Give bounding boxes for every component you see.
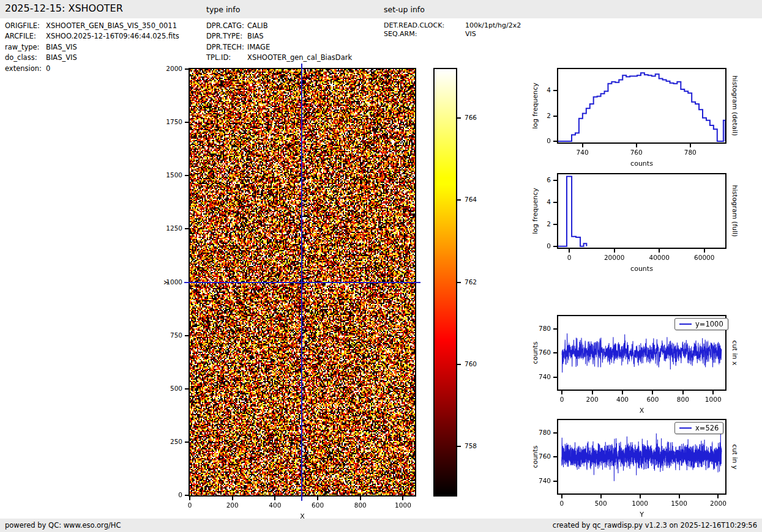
- hist-detail-canvas: [558, 69, 725, 142]
- y-tick-mark: [553, 202, 557, 203]
- y-tick-mark: [185, 335, 189, 336]
- y-tick-label: 1500: [146, 171, 182, 179]
- y-tick-mark: [553, 377, 557, 378]
- y-tick-label: 250: [146, 438, 182, 445]
- y-tick-label: 500: [146, 385, 182, 392]
- colorbar-tick-label: 758: [465, 442, 477, 449]
- x-axis-label: counts: [630, 265, 653, 273]
- x-axis-label: X: [640, 407, 644, 415]
- x-tick-mark: [582, 144, 583, 147]
- y-axis-label: counts: [531, 446, 539, 468]
- colorbar: [433, 68, 457, 497]
- y-tick-label: 1250: [146, 224, 182, 232]
- cut-x-legend: y=1000: [674, 318, 728, 330]
- colorbar-canvas: [435, 69, 456, 495]
- x-axis-label: counts: [630, 160, 653, 168]
- x-tick-mark: [189, 497, 190, 500]
- legend-label: x=526: [695, 424, 719, 432]
- y-tick-label: 2000: [146, 65, 182, 72]
- y-tick-label: 740: [514, 373, 551, 380]
- x-tick-mark: [592, 391, 593, 394]
- y-tick-label: 0: [514, 242, 551, 249]
- x-tick-label: 60000: [677, 254, 732, 261]
- x-tick-mark: [614, 249, 615, 253]
- x-tick-mark: [640, 495, 641, 498]
- colorbar-tick-mark: [457, 117, 461, 119]
- colorbar-tick-label: 762: [465, 278, 477, 286]
- x-tick-mark: [682, 391, 684, 394]
- y-tick-mark: [553, 90, 557, 91]
- right-axis-label: cut in x: [731, 341, 739, 366]
- right-axis-label: histogram (full): [731, 185, 739, 237]
- footer-powered-by: powered by QC: www.eso.org/HC: [5, 521, 121, 530]
- x-tick-mark: [600, 495, 602, 498]
- colorbar-tick-label: 764: [465, 196, 477, 203]
- x-tick-label: 1000: [375, 501, 430, 509]
- y-tick-mark: [553, 432, 557, 434]
- colorbar-tick-mark: [457, 364, 461, 365]
- y-tick-mark: [185, 228, 189, 229]
- x-tick-mark: [274, 497, 275, 500]
- y-tick-mark: [553, 224, 557, 225]
- x-tick-mark: [636, 144, 637, 147]
- x-tick-mark: [402, 497, 403, 500]
- hist-full-canvas: [558, 174, 725, 248]
- y-tick-mark: [185, 495, 189, 496]
- x-tick-label: 2000: [690, 500, 745, 507]
- y-tick-label: 780: [514, 325, 551, 332]
- y-tick-mark: [553, 246, 557, 247]
- y-tick-mark: [553, 116, 557, 117]
- colorbar-tick-label: 766: [465, 114, 477, 121]
- x-tick-mark: [652, 391, 653, 394]
- y-axis-label: counts: [531, 342, 539, 364]
- y-tick-label: 780: [514, 429, 551, 436]
- right-axis-label: histogram (detail): [731, 76, 739, 136]
- y-axis-label: Y: [163, 280, 171, 284]
- y-axis-label: log frequency: [531, 83, 539, 128]
- y-tick-mark: [185, 122, 189, 123]
- colorbar-tick-mark: [457, 199, 461, 201]
- x-tick-mark: [679, 495, 680, 498]
- y-tick-mark: [553, 141, 557, 142]
- colorbar-tick-label: 760: [465, 360, 477, 368]
- x-tick-label: 780: [663, 149, 718, 156]
- colorbar-tick-mark: [457, 446, 461, 447]
- x-tick-mark: [569, 249, 570, 253]
- legend-line-sample: [679, 323, 692, 325]
- colorbar-tick-mark: [457, 282, 461, 283]
- y-tick-mark: [553, 328, 557, 330]
- y-tick-mark: [553, 481, 557, 482]
- x-tick-mark: [704, 249, 705, 253]
- x-tick-label: 760: [609, 149, 664, 156]
- x-tick-label: 740: [555, 149, 610, 156]
- y-tick-label: 0: [514, 137, 551, 144]
- y-tick-mark: [185, 388, 189, 390]
- x-tick-label: 1000: [685, 396, 741, 403]
- y-tick-label: 0: [146, 491, 182, 498]
- x-tick-mark: [690, 144, 691, 147]
- cut-y-legend: x=526: [674, 422, 723, 434]
- legend-label: y=1000: [695, 320, 723, 328]
- crosshair-horizontal-line: [184, 282, 420, 283]
- legend-line-sample: [679, 427, 692, 429]
- hist-detail: [557, 68, 727, 144]
- right-axis-label: cut in y: [731, 445, 739, 470]
- y-tick-mark: [553, 180, 557, 181]
- x-tick-mark: [360, 497, 361, 500]
- x-tick-mark: [717, 495, 719, 498]
- x-tick-mark: [561, 495, 562, 498]
- footer-created-by: created by qc_rawdisp.py v1.2.3 on 2025-…: [553, 521, 757, 530]
- x-tick-mark: [232, 497, 233, 500]
- hist-full: [557, 173, 727, 249]
- x-tick-mark: [659, 249, 660, 253]
- x-tick-mark: [712, 391, 714, 394]
- y-tick-label: 750: [146, 331, 182, 339]
- x-tick-mark: [317, 497, 318, 500]
- y-tick-mark: [553, 352, 557, 353]
- y-tick-label: 740: [514, 477, 551, 484]
- y-tick-mark: [553, 456, 557, 457]
- x-tick-mark: [622, 391, 623, 394]
- y-tick-label: 6: [514, 176, 551, 183]
- y-tick-mark: [185, 68, 189, 70]
- x-axis-label: Y: [640, 511, 644, 519]
